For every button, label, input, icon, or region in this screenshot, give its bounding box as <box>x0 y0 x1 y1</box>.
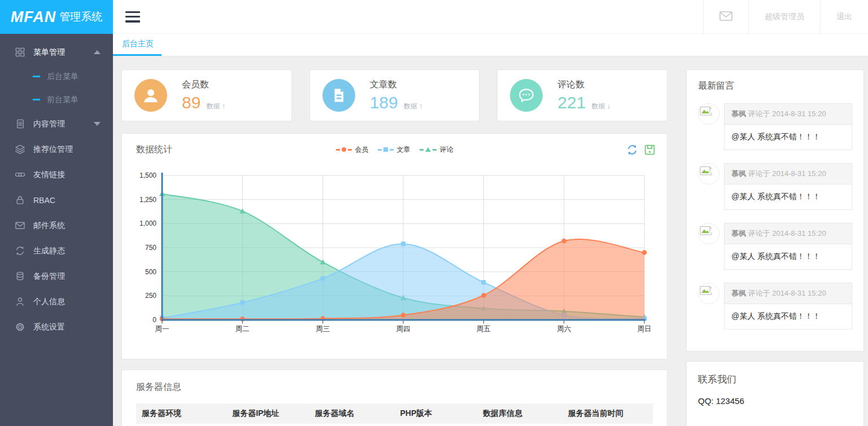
avatar <box>698 223 724 270</box>
member-icon <box>134 79 167 112</box>
main-column: 会员数 89 数据 ↑ <box>121 69 668 426</box>
grid-icon <box>14 47 25 58</box>
logout-button[interactable]: 退出 <box>820 0 868 34</box>
stat-card-comments: 评论数 221 数据 ↓ <box>497 69 668 121</box>
link-icon <box>14 169 25 181</box>
dash-icon <box>33 76 40 77</box>
avatar <box>698 163 724 210</box>
avatar <box>698 103 724 150</box>
envelope-icon <box>719 11 732 23</box>
stat-label: 数据 ↓ <box>591 102 610 111</box>
sidebar-item-system-settings[interactable]: 系统设置 <box>0 314 113 340</box>
chart-card: 数据统计 会员文章评论 02505007501,0 <box>121 133 668 359</box>
svg-text:周一: 周一 <box>155 325 169 333</box>
message-author: 慕枫 <box>731 109 746 118</box>
message-item: 慕枫 评论于 2014-8-31 15:20@某人 系统真不错！！！ <box>698 223 852 270</box>
gear-icon <box>14 322 25 333</box>
chevron-up-icon <box>94 50 101 54</box>
stat-card-articles: 文章数 189 数据 ↑ <box>309 69 480 121</box>
message-meta: 慕枫 评论于 2014-8-31 15:20 <box>724 163 852 185</box>
svg-text:周三: 周三 <box>316 325 330 333</box>
mail-button[interactable] <box>703 0 748 34</box>
message-author: 慕枫 <box>731 229 746 238</box>
sidebar-item-frontend-menu[interactable]: 前台菜单 <box>0 88 113 111</box>
envelope-icon <box>14 220 25 231</box>
legend-item[interactable]: 文章 <box>378 145 411 155</box>
sidebar: 菜单管理 后台菜单 前台菜单 内容管理 <box>0 34 113 426</box>
circle-marker-icon <box>342 147 346 152</box>
svg-text:750: 750 <box>145 244 156 252</box>
chevron-down-icon <box>94 122 101 126</box>
brand-name: MFAN <box>11 8 56 26</box>
svg-text:1,000: 1,000 <box>139 219 156 227</box>
topbar-right: 超级管理员 退出 <box>703 0 868 34</box>
sidebar-item-rbac[interactable]: RBAC <box>0 187 113 213</box>
sidebar-item-backup-management[interactable]: 备份管理 <box>0 263 113 289</box>
topbar: MFAN 管理系统 超级管理员 退出 <box>0 0 868 34</box>
message-item: 慕枫 评论于 2014-8-31 15:20@某人 系统真不错！！！ <box>698 163 852 210</box>
brand-suffix: 管理系统 <box>59 10 102 24</box>
document-icon <box>14 118 25 130</box>
message-author: 慕枫 <box>731 169 746 178</box>
app-root: MFAN 管理系统 超级管理员 退出 菜单管理 <box>0 0 868 426</box>
legend-item[interactable]: 评论 <box>420 145 453 155</box>
sidebar-item-menu-management[interactable]: 菜单管理 <box>0 39 113 65</box>
message-meta: 慕枫 评论于 2014-8-31 15:20 <box>724 103 852 125</box>
refresh-icon <box>14 245 25 257</box>
save-icon[interactable] <box>644 144 656 156</box>
message-list: 慕枫 评论于 2014-8-31 15:20@某人 系统真不错！！！慕枫 评论于… <box>698 103 852 330</box>
message-item: 慕枫 评论于 2014-8-31 15:20@某人 系统真不错！！！ <box>698 283 852 330</box>
stat-title: 会员数 <box>182 79 225 91</box>
message-body: @某人 系统真不错！！！ <box>724 244 852 270</box>
sidebar-item-friend-links[interactable]: 友情链接 <box>0 162 113 187</box>
topbar-main: 超级管理员 退出 <box>113 0 868 34</box>
message-meta: 慕枫 评论于 2014-8-31 15:20 <box>724 223 852 244</box>
sidebar-item-mail-system[interactable]: 邮件系统 <box>0 213 113 238</box>
trend-up-icon: ↑ <box>222 102 226 110</box>
stats-chart[interactable]: 02505007501,0001,2501,500周一周二周三周四周五周六周日 <box>130 169 658 339</box>
stat-value: 89 <box>182 93 200 112</box>
stat-title: 文章数 <box>370 79 423 91</box>
sidebar-item-personal-info[interactable]: 个人信息 <box>0 289 113 314</box>
comment-icon <box>510 79 543 112</box>
hamburger-menu-icon[interactable] <box>125 10 141 24</box>
stat-card-members: 会员数 89 数据 ↑ <box>121 69 292 121</box>
message-body: @某人 系统真不错！！！ <box>724 125 852 150</box>
trend-up-icon: ↑ <box>419 102 423 110</box>
refresh-icon[interactable] <box>626 144 638 156</box>
svg-text:500: 500 <box>145 268 156 276</box>
server-info-table: 服务器环境 服务器IP地址 服务器域名 PHP版本 数据库信息 服务器当前时间 <box>136 403 653 426</box>
legend-item[interactable]: 会员 <box>336 145 369 155</box>
database-icon <box>14 271 25 282</box>
stat-row: 会员数 89 数据 ↑ <box>121 69 668 121</box>
sidebar-item-generate-static[interactable]: 生成静态 <box>0 238 113 263</box>
person-icon <box>14 296 25 308</box>
svg-text:1,250: 1,250 <box>139 196 156 204</box>
contact-qq: QQ: 123456 <box>698 396 852 406</box>
latest-messages-title: 最新留言 <box>698 80 852 92</box>
sidebar-item-content-management[interactable]: 内容管理 <box>0 111 113 137</box>
trend-down-icon: ↓ <box>607 102 611 110</box>
stat-value: 221 <box>557 93 586 112</box>
user-menu-button[interactable]: 超级管理员 <box>748 0 820 34</box>
stat-label: 数据 ↑ <box>206 102 225 111</box>
tab-home[interactable]: 后台主页 <box>113 34 162 56</box>
app-logo: MFAN 管理系统 <box>0 0 113 34</box>
sidebar-item-backend-menu[interactable]: 后台菜单 <box>0 65 113 88</box>
svg-text:周五: 周五 <box>477 325 491 333</box>
svg-text:0: 0 <box>152 316 156 324</box>
layers-icon <box>14 144 25 155</box>
table-row: Apache/2.4.4 (Win32) 127.0.0.1 localhost… <box>136 424 653 426</box>
svg-text:周六: 周六 <box>557 325 571 333</box>
dash-icon <box>33 99 40 100</box>
sidebar-item-recommend-management[interactable]: 推荐位管理 <box>0 137 113 162</box>
latest-messages-card: 最新留言 慕枫 评论于 2014-8-31 15:20@某人 系统真不错！！！慕… <box>686 69 864 352</box>
chart-legend: 会员文章评论 <box>122 134 667 165</box>
side-column: 最新留言 慕枫 评论于 2014-8-31 15:20@某人 系统真不错！！！慕… <box>686 69 864 426</box>
avatar <box>698 283 724 330</box>
svg-text:周四: 周四 <box>396 325 411 333</box>
tab-bar: 后台主页 <box>113 34 868 56</box>
triangle-marker-icon <box>425 147 431 152</box>
message-body: @某人 系统真不错！！！ <box>724 304 852 330</box>
contact-card: 联系我们 QQ: 123456 <box>686 361 864 426</box>
